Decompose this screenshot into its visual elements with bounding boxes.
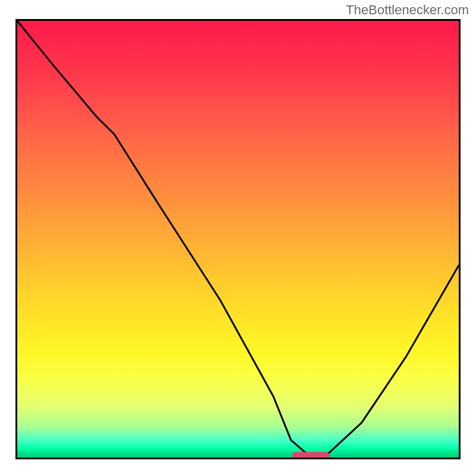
chart-svg	[17, 21, 459, 458]
chart-plot-area	[15, 19, 461, 459]
watermark-text: TheBottlenecker.com	[346, 2, 469, 18]
bottleneck-curve-line	[17, 21, 459, 455]
